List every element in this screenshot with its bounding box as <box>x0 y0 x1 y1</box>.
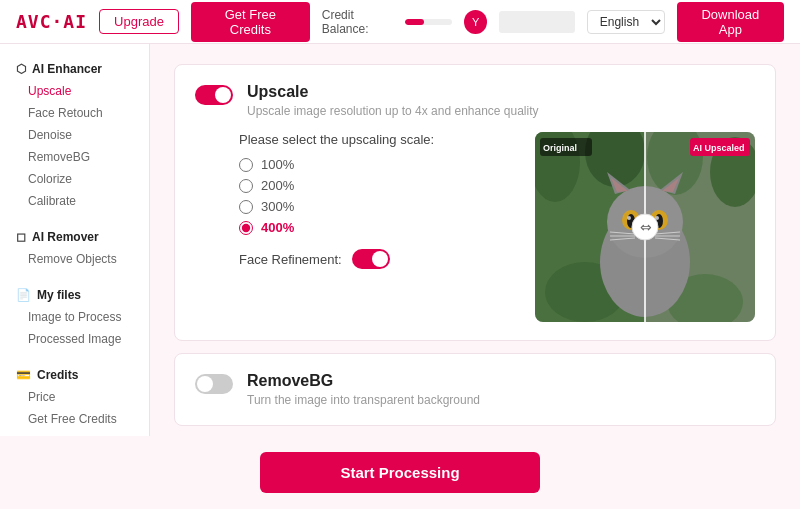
credit-bar <box>405 19 452 25</box>
main-layout: ⬡ AI Enhancer Upscale Face Retouch Denoi… <box>0 44 800 436</box>
scale-option-300[interactable]: 300% <box>239 199 515 214</box>
sidebar-section-credits: 💳 Credits Price Get Free Credits <box>0 364 149 430</box>
upscale-controls: Please select the upscaling scale: 100% … <box>239 132 515 322</box>
ai-enhancer-icon: ⬡ <box>16 62 26 76</box>
upscale-toggle[interactable] <box>195 85 233 105</box>
logo: AVC·AI <box>16 11 87 32</box>
face-refinement-slider <box>352 249 390 269</box>
upscale-info: Upscale Upscale image resolution up to 4… <box>247 83 755 118</box>
image-preview: ⇔ Original AI Upscaled <box>535 132 755 322</box>
svg-point-18 <box>627 216 631 220</box>
sidebar-section-title-credits: 💳 Credits <box>0 364 149 386</box>
credit-balance: Credit Balance: <box>322 8 453 36</box>
removebg-toggle-container <box>195 374 233 394</box>
removebg-info: RemoveBG Turn the image into transparent… <box>247 372 755 407</box>
scale-radio-300[interactable] <box>239 200 253 214</box>
upscale-toggle-container <box>195 85 233 105</box>
bottom-bar: Start Processing <box>0 436 800 509</box>
scale-label-200: 200% <box>261 178 294 193</box>
sidebar-item-image-to-process[interactable]: Image to Process <box>0 306 149 328</box>
sidebar-item-price[interactable]: Price <box>0 386 149 408</box>
removebg-title: RemoveBG <box>247 372 755 390</box>
scale-options: 100% 200% 300% <box>239 157 515 235</box>
avatar[interactable]: Y <box>464 10 487 34</box>
sidebar-item-get-free-credits[interactable]: Get Free Credits <box>0 408 149 430</box>
upscale-title: Upscale <box>247 83 755 101</box>
my-files-icon: 📄 <box>16 288 31 302</box>
credit-bar-fill <box>405 19 424 25</box>
sidebar-section-title-ai-enhancer: ⬡ AI Enhancer <box>0 58 149 80</box>
topbar: AVC·AI Upgrade Get Free Credits Credit B… <box>0 0 800 44</box>
content-area: Upscale Upscale image resolution up to 4… <box>150 44 800 436</box>
sidebar-section-ai-remover: ◻ AI Remover Remove Objects <box>0 226 149 270</box>
scale-label-100: 100% <box>261 157 294 172</box>
credit-balance-label: Credit Balance: <box>322 8 399 36</box>
sidebar-section-title-my-files: 📄 My files <box>0 284 149 306</box>
username-display <box>499 11 575 33</box>
upgrade-button[interactable]: Upgrade <box>99 9 179 34</box>
upscale-card: Upscale Upscale image resolution up to 4… <box>174 64 776 341</box>
sidebar-section-ai-enhancer: ⬡ AI Enhancer Upscale Face Retouch Denoi… <box>0 58 149 212</box>
upscale-row: Please select the upscaling scale: 100% … <box>239 132 755 322</box>
sidebar-item-face-retouch[interactable]: Face Retouch <box>0 102 149 124</box>
scale-option-100[interactable]: 100% <box>239 157 515 172</box>
face-refinement-row: Face Refinement: <box>239 249 515 269</box>
sidebar-item-remove-objects[interactable]: Remove Objects <box>0 248 149 270</box>
ai-remover-icon: ◻ <box>16 230 26 244</box>
face-refinement-label: Face Refinement: <box>239 252 342 267</box>
removebg-toggle[interactable] <box>195 374 233 394</box>
scale-radio-400[interactable] <box>239 221 253 235</box>
removebg-card: RemoveBG Turn the image into transparent… <box>174 353 776 426</box>
svg-text:AI Upscaled: AI Upscaled <box>693 143 745 153</box>
sidebar-item-processed-image[interactable]: Processed Image <box>0 328 149 350</box>
scale-label-400: 400% <box>261 220 294 235</box>
start-processing-button[interactable]: Start Processing <box>260 452 539 493</box>
sidebar-section-my-files: 📄 My files Image to Process Processed Im… <box>0 284 149 350</box>
language-select[interactable]: English <box>587 10 665 34</box>
upscale-toggle-slider <box>195 85 233 105</box>
sidebar: ⬡ AI Enhancer Upscale Face Retouch Denoi… <box>0 44 150 436</box>
sidebar-item-colorize[interactable]: Colorize <box>0 168 149 190</box>
credits-icon: 💳 <box>16 368 31 382</box>
download-app-button[interactable]: Download App <box>677 2 784 42</box>
sidebar-item-calibrate[interactable]: Calibrate <box>0 190 149 212</box>
sidebar-item-denoise[interactable]: Denoise <box>0 124 149 146</box>
scale-option-400[interactable]: 400% <box>239 220 515 235</box>
sidebar-item-upscale[interactable]: Upscale <box>0 80 149 102</box>
removebg-toggle-slider <box>195 374 233 394</box>
upscale-header: Upscale Upscale image resolution up to 4… <box>195 83 755 118</box>
preview-svg: ⇔ Original AI Upscaled <box>535 132 755 322</box>
scale-radio-200[interactable] <box>239 179 253 193</box>
face-refinement-toggle[interactable] <box>352 249 390 269</box>
scale-option-200[interactable]: 200% <box>239 178 515 193</box>
removebg-header: RemoveBG Turn the image into transparent… <box>195 372 755 407</box>
upscale-desc: Upscale image resolution up to 4x and en… <box>247 104 755 118</box>
upscale-body: Please select the upscaling scale: 100% … <box>195 132 755 322</box>
svg-text:⇔: ⇔ <box>640 219 652 235</box>
scale-label-300: 300% <box>261 199 294 214</box>
svg-text:Original: Original <box>543 143 577 153</box>
upscale-select-label: Please select the upscaling scale: <box>239 132 515 147</box>
scale-radio-100[interactable] <box>239 158 253 172</box>
get-free-credits-button[interactable]: Get Free Credits <box>191 2 310 42</box>
removebg-desc: Turn the image into transparent backgrou… <box>247 393 755 407</box>
sidebar-section-title-ai-remover: ◻ AI Remover <box>0 226 149 248</box>
sidebar-item-removebg[interactable]: RemoveBG <box>0 146 149 168</box>
